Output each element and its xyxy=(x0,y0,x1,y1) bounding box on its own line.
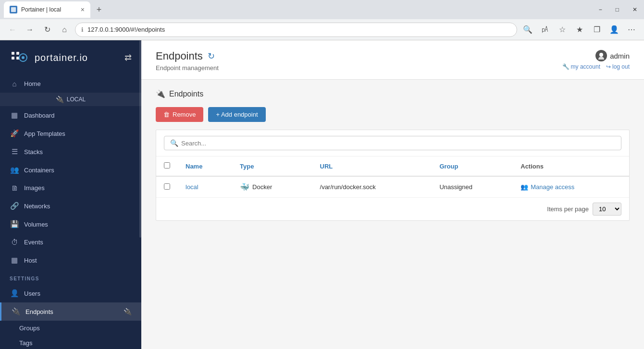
endpoints-icon: 🔌 xyxy=(11,307,21,316)
sidebar-item-dashboard[interactable]: ▦ Dashboard xyxy=(0,106,141,124)
items-per-page-label: Items per page xyxy=(547,205,589,213)
dashboard-icon: ▦ xyxy=(10,111,19,120)
section-title-text: Endpoints xyxy=(169,90,203,98)
new-tab-button[interactable]: + xyxy=(92,3,106,16)
name-col-label: Name xyxy=(186,163,202,170)
select-all-checkbox[interactable] xyxy=(164,162,170,168)
log-out-link[interactable]: ↪ log out xyxy=(606,63,630,70)
sidebar-item-groups[interactable]: Groups xyxy=(0,321,141,336)
endpoint-type-cell: 🐳 Docker xyxy=(232,176,312,198)
sidebar-item-endpoints[interactable]: 🔌 Endpoints 🔌 xyxy=(0,302,141,321)
name-column-header[interactable]: Name xyxy=(178,156,232,176)
group-column-header[interactable]: Group xyxy=(432,156,513,176)
sidebar-item-events[interactable]: ⏱ Events xyxy=(0,233,141,251)
endpoint-url-cell: /var/run/docker.sock xyxy=(312,176,432,198)
search-bar: 🔍 xyxy=(164,136,621,150)
reader-mode-btn[interactable]: ㎀ xyxy=(538,23,552,36)
collections-btn[interactable]: ❐ xyxy=(590,23,604,36)
local-label: LOCAL xyxy=(67,96,86,103)
app-layout: portainer.io ⇄ ⌂ Home 🔌 LOCAL ▦ Dashboar… xyxy=(0,40,644,349)
page-title: Endpoints ↻ xyxy=(156,50,219,62)
my-account-label: my account xyxy=(571,63,600,70)
url-col-label: URL xyxy=(320,163,333,170)
actions-column-header: Actions xyxy=(513,156,629,176)
images-icon: 🗎 xyxy=(10,184,19,192)
url-column-header[interactable]: URL xyxy=(312,156,432,176)
sidebar-item-label: Images xyxy=(24,184,132,192)
table-row: local 🐳 Docker /var/run/docker.sock xyxy=(156,176,629,198)
svg-point-7 xyxy=(599,53,603,57)
users-icon: 👤 xyxy=(10,289,19,298)
maximize-button[interactable]: □ xyxy=(613,5,622,14)
browser-toolbar: ← → ↻ ⌂ ℹ 127.0.0.1:9000/#!/endpoints 🔍 … xyxy=(0,19,644,40)
sidebar-toggle-btn[interactable]: ⇄ xyxy=(124,52,132,63)
group-col-label: Group xyxy=(439,163,458,170)
sidebar-item-label: Users xyxy=(24,290,132,297)
avatar xyxy=(595,50,607,61)
table-body: local 🐳 Docker /var/run/docker.sock xyxy=(156,176,629,198)
url-text: 127.0.0.1:9000/#!/endpoints xyxy=(87,26,511,33)
page-subtitle: Endpoint management xyxy=(156,64,219,72)
containers-icon: 👥 xyxy=(10,166,19,174)
log-out-label: log out xyxy=(612,63,630,70)
reload-button[interactable]: ↻ xyxy=(40,23,54,36)
stacks-icon: ☰ xyxy=(10,147,19,156)
sidebar-item-host[interactable]: ▦ Host xyxy=(0,251,141,269)
row-checkbox[interactable] xyxy=(164,183,170,190)
section-title: 🔌 Endpoints xyxy=(156,89,630,98)
header-user: admin 🔧 my account ↪ log out xyxy=(562,50,630,70)
forward-button[interactable]: → xyxy=(23,23,37,36)
profile-btn[interactable]: 👤 xyxy=(607,23,621,36)
more-btn[interactable]: ⋯ xyxy=(625,23,638,36)
home-icon: ⌂ xyxy=(10,80,19,88)
scrollbar-thumb xyxy=(139,40,141,237)
page-body: 🔌 Endpoints 🗑 Remove + Add endpoint xyxy=(141,80,644,230)
sidebar-item-volumes[interactable]: 💾 Volumes xyxy=(0,215,141,233)
favorites-btn[interactable]: ☆ xyxy=(556,23,569,36)
search-browser-btn[interactable]: 🔍 xyxy=(521,23,534,36)
home-button[interactable]: ⌂ xyxy=(58,23,71,36)
username-text: admin xyxy=(610,52,630,60)
action-bar: 🗑 Remove + Add endpoint xyxy=(156,107,630,122)
minimize-button[interactable]: − xyxy=(596,5,605,14)
actions-col-label: Actions xyxy=(520,163,544,170)
sidebar-item-images[interactable]: 🗎 Images xyxy=(0,179,141,197)
sidebar-item-users[interactable]: 👤 Users xyxy=(0,284,141,302)
logo-icon xyxy=(10,48,29,67)
svg-rect-3 xyxy=(12,57,14,60)
sidebar-item-label: Dashboard xyxy=(24,112,132,119)
add-endpoint-button[interactable]: + Add endpoint xyxy=(208,107,265,122)
bookmark-btn[interactable]: ★ xyxy=(573,23,586,36)
browser-tab[interactable]: Portainer | local × xyxy=(4,1,90,18)
wrench-icon: 🔧 xyxy=(562,63,570,70)
sidebar-item-home[interactable]: ⌂ Home xyxy=(0,75,141,93)
address-bar[interactable]: ℹ 127.0.0.1:9000/#!/endpoints xyxy=(75,23,517,37)
sidebar-item-networks[interactable]: 🔗 Networks xyxy=(0,197,141,215)
endpoint-group-text: Unassigned xyxy=(439,183,472,191)
app-templates-icon: 🚀 xyxy=(10,129,19,138)
row-checkbox-cell xyxy=(156,176,178,198)
close-button[interactable]: ✕ xyxy=(630,5,640,14)
refresh-icon[interactable]: ↻ xyxy=(208,51,215,61)
sidebar-item-tags[interactable]: Tags xyxy=(0,336,141,349)
sidebar-item-label: Home xyxy=(24,80,132,87)
sidebar-item-stacks[interactable]: ☰ Stacks xyxy=(0,143,141,161)
svg-rect-1 xyxy=(12,52,14,55)
sidebar-item-app-templates[interactable]: 🚀 App Templates xyxy=(0,124,141,143)
sidebar-item-label: Host xyxy=(24,257,132,264)
search-input[interactable] xyxy=(181,140,615,147)
back-button[interactable]: ← xyxy=(6,23,19,36)
user-display: admin xyxy=(595,50,630,61)
manage-access-link[interactable]: 👥 Manage access xyxy=(520,183,621,191)
sidebar-item-label: Networks xyxy=(24,203,132,210)
remove-button[interactable]: 🗑 Remove xyxy=(156,107,203,122)
type-column-header[interactable]: Type xyxy=(232,156,312,176)
main-content: Endpoints ↻ Endpoint management admin xyxy=(141,40,644,349)
my-account-link[interactable]: 🔧 my account xyxy=(562,63,600,70)
svg-rect-0 xyxy=(11,7,16,12)
endpoint-name-link[interactable]: local xyxy=(186,183,198,191)
items-per-page-select[interactable]: 10 25 50 100 xyxy=(593,203,621,216)
sidebar-item-containers[interactable]: 👥 Containers xyxy=(0,161,141,179)
endpoint-url-text: /var/run/docker.sock xyxy=(320,183,376,191)
tab-close-btn[interactable]: × xyxy=(81,6,85,13)
